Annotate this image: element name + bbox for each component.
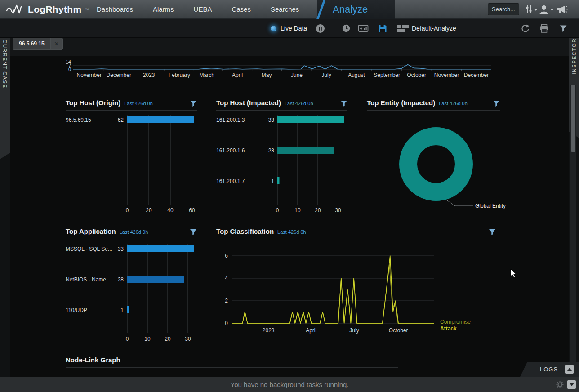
top-host-origin-chart[interactable]: 020406096.5.69.1562 — [66, 112, 200, 220]
svg-text:April: April — [232, 72, 243, 78]
add-widget-button[interactable] — [358, 19, 369, 38]
add-widget-icon — [358, 24, 369, 33]
svg-text:10: 10 — [144, 336, 151, 342]
logs-expand-button[interactable] — [565, 365, 574, 374]
nav-item-cases[interactable]: Cases — [232, 0, 251, 19]
svg-text:August: August — [348, 72, 365, 78]
svg-text:20: 20 — [146, 207, 152, 214]
top-navbar: LogRhythm ™ Dashboards Alarms UEBA Cases… — [0, 0, 579, 19]
svg-text:1: 1 — [271, 178, 274, 184]
svg-text:30: 30 — [185, 336, 191, 342]
user-caret-icon[interactable] — [550, 0, 554, 19]
tasks-settings-button[interactable] — [556, 381, 564, 390]
svg-text:February: February — [169, 72, 190, 78]
svg-text:33: 33 — [268, 117, 275, 123]
svg-text:0: 0 — [126, 336, 129, 342]
panel-period: Last 426d 0h — [439, 101, 468, 106]
logs-tab[interactable]: LOGS — [520, 362, 579, 377]
svg-text:July: July — [349, 327, 359, 334]
funnel-icon — [493, 100, 500, 107]
panel-period: Last 426d 0h — [277, 229, 306, 235]
sliders-icon[interactable] — [525, 0, 533, 19]
time-range-button[interactable] — [342, 19, 351, 38]
svg-text:March: March — [200, 72, 214, 78]
nav-item-dashboards[interactable]: Dashboards — [97, 0, 133, 19]
filter-tag-value: 96.5.69.15 — [13, 38, 50, 49]
tab-analyze-active[interactable]: Analyze — [317, 0, 395, 19]
svg-text:110/UDP: 110/UDP — [66, 307, 87, 313]
layout-preset-button[interactable] — [397, 19, 409, 38]
nav-menu: Dashboards Alarms UEBA Cases Searches Re… — [97, 0, 343, 19]
printer-icon — [539, 24, 549, 33]
top-classification-chart[interactable]: 64202023AprilJulyOctoberCompromiseAttack — [216, 243, 504, 340]
search-input[interactable] — [488, 3, 519, 15]
svg-text:NetBIOS - Name...: NetBIOS - Name... — [66, 276, 111, 283]
live-data-toggle[interactable]: Live Data — [271, 19, 307, 38]
pause-button[interactable] — [315, 19, 325, 38]
funnel-icon — [489, 229, 496, 236]
svg-text:62: 62 — [118, 117, 124, 123]
live-data-radio-icon — [271, 26, 276, 31]
clock-icon — [342, 24, 351, 33]
svg-text:0: 0 — [68, 67, 71, 72]
current-case-label: CURRENT CASE — [2, 40, 8, 89]
svg-text:161.200.1.3: 161.200.1.3 — [216, 117, 245, 123]
svg-text:November: November — [434, 72, 459, 78]
panel-filter-button[interactable] — [190, 100, 197, 109]
panel-filter-button[interactable] — [489, 229, 496, 237]
panel-filter-button[interactable] — [493, 100, 500, 109]
panel-title: Top Application — [66, 227, 116, 235]
svg-text:0: 0 — [225, 320, 228, 326]
brand-trademark: ™ — [85, 8, 89, 12]
pause-icon — [315, 23, 325, 34]
top-application-header: Top Application Last 426d 0h — [66, 227, 197, 239]
svg-text:6: 6 — [225, 253, 228, 259]
node-link-graph-title: Node-Link Graph — [66, 356, 120, 364]
live-data-label: Live Data — [281, 25, 307, 32]
refresh-button[interactable] — [521, 19, 530, 38]
tab-analyze-label: Analyze — [333, 0, 368, 19]
collapse-status-button[interactable] — [567, 380, 576, 389]
nav-item-searches[interactable]: Searches — [271, 0, 299, 19]
funnel-icon — [190, 100, 197, 107]
scrollbar-thumb[interactable] — [571, 85, 575, 152]
svg-text:October: October — [389, 327, 408, 334]
preset-name[interactable]: Default-Analyze — [412, 19, 456, 38]
nav-item-alarms[interactable]: Alarms — [153, 0, 174, 19]
svg-text:December: December — [107, 72, 131, 78]
global-filter-button[interactable] — [559, 19, 567, 38]
save-layout-button[interactable] — [378, 19, 387, 38]
nav-item-ueba[interactable]: UEBA — [194, 0, 212, 19]
analyze-toolbar: Live Data — [0, 19, 579, 38]
megaphone-icon[interactable] — [557, 0, 568, 19]
top-classification-header: Top Classification Last 426d 0h — [216, 227, 496, 239]
svg-text:July: July — [321, 72, 331, 78]
remove-filter-button[interactable]: ✕ — [50, 38, 62, 49]
top-entity-impacted-donut[interactable]: Global Entity — [367, 111, 512, 219]
panel-filter-button[interactable] — [190, 229, 197, 237]
brand-name: LogRhythm — [28, 4, 81, 15]
vertical-scrollbar[interactable] — [570, 85, 576, 374]
funnel-icon — [340, 100, 347, 107]
svg-text:December: December — [464, 72, 489, 78]
logrhythm-logo[interactable]: LogRhythm ™ — [6, 0, 89, 19]
logrhythm-wave-icon — [6, 4, 24, 15]
svg-text:161.200.1.7: 161.200.1.7 — [216, 178, 245, 184]
status-bar: You have no background tasks running. — [0, 377, 579, 392]
current-case-tab[interactable]: CURRENT CASE — [0, 26, 10, 159]
svg-text:MSSQL - SQL Se...: MSSQL - SQL Se... — [66, 246, 112, 252]
panel-filter-button[interactable] — [340, 100, 347, 109]
top-host-origin-header: Top Host (Origin) Last 426d 0h — [66, 99, 197, 111]
svg-text:20: 20 — [315, 207, 321, 214]
events-timeline-chart[interactable]: 1470NovemberDecember2023FebruaryMarchApr… — [58, 58, 497, 83]
top-application-chart[interactable]: 0102030MSSQL - SQL Se...33NetBIOS - Name… — [66, 241, 200, 348]
svg-text:April: April — [306, 327, 316, 334]
svg-text:60: 60 — [189, 207, 195, 214]
user-icon[interactable] — [539, 0, 549, 19]
print-button[interactable] — [539, 19, 549, 38]
top-host-impacted-header: Top Host (Impacted) Last 426d 0h — [216, 99, 347, 111]
sliders-caret-icon[interactable] — [534, 0, 538, 19]
svg-text:May: May — [262, 72, 272, 78]
svg-text:October: October — [407, 72, 426, 78]
top-host-impacted-chart[interactable]: 0102030161.200.1.333161.200.1.628161.200… — [216, 112, 351, 220]
